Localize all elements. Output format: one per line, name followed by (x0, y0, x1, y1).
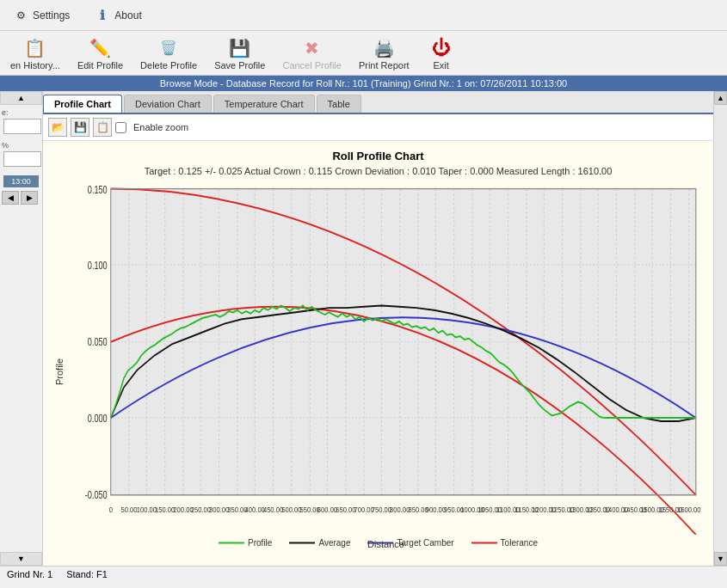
svg-text:0.050: 0.050 (88, 335, 108, 346)
chart-copy-button[interactable]: 📋 (93, 118, 112, 137)
svg-text:1600.00: 1600.00 (677, 505, 701, 514)
svg-text:500.00: 500.00 (281, 505, 301, 514)
top-toolbar: ⚙ Settings ℹ About (0, 0, 727, 31)
status-stand: Stand: F1 (66, 569, 108, 579)
tab-deviation-chart[interactable]: Deviation Chart (124, 95, 212, 113)
sidebar-content: e: % 13:00 ◀ ▶ (0, 105, 42, 552)
x-axis-label: Distance (67, 539, 705, 549)
svg-text:150.00: 150.00 (155, 505, 175, 514)
tab-table[interactable]: Table (317, 95, 361, 113)
sidebar-e-input[interactable] (3, 119, 41, 134)
settings-icon: ⚙ (12, 7, 29, 24)
delete-profile-button[interactable]: 🗑️ Delete Profile (133, 34, 204, 72)
svg-text:900.00: 900.00 (426, 505, 446, 514)
scroll-down-button[interactable]: ▼ (714, 552, 727, 566)
sidebar-time-display: 13:00 (2, 175, 40, 187)
content-area: Profile Chart Deviation Chart Temperatur… (43, 91, 713, 566)
sidebar-percent-label: % (2, 141, 40, 150)
sidebar-nav-buttons: ◀ ▶ (2, 191, 40, 205)
chart-stats: Target : 0.125 +/- 0.025 Actual Crown : … (52, 166, 705, 176)
svg-text:0.150: 0.150 (88, 184, 108, 195)
svg-text:650.00: 650.00 (336, 505, 355, 514)
print-report-button[interactable]: 🖨️ Print Report (352, 34, 416, 72)
history-icon: 📋 (23, 36, 47, 60)
sidebar-percent-input[interactable] (3, 151, 41, 167)
print-icon: 🖨️ (372, 36, 396, 60)
exit-icon: ⏻ (429, 36, 453, 60)
chart-container: Roll Profile Chart Target : 0.125 +/- 0.… (43, 141, 713, 566)
sidebar-prev-button[interactable]: ◀ (2, 191, 19, 205)
tab-bar: Profile Chart Deviation Chart Temperatur… (43, 91, 713, 114)
edit-icon: ✏️ (88, 36, 112, 60)
chart-title: Roll Profile Chart (52, 150, 705, 162)
scroll-up-button[interactable]: ▲ (714, 91, 727, 105)
status-bottom: Grind Nr. 1 Stand: F1 (0, 566, 727, 582)
exit-button[interactable]: ⏻ Exit (420, 34, 463, 72)
about-icon: ℹ (94, 7, 111, 24)
chart-inner: 0.150 0.100 0.050 0.000 -0.050 0 50.00 1… (67, 183, 705, 535)
svg-text:300.00: 300.00 (209, 505, 229, 514)
svg-text:-0.050: -0.050 (85, 489, 108, 500)
history-button[interactable]: 📋 en History... (3, 34, 67, 72)
svg-text:250.00: 250.00 (191, 505, 211, 514)
scroll-track[interactable] (714, 105, 727, 552)
svg-text:0.000: 0.000 (88, 413, 108, 424)
chart-toolbar: 📂 💾 📋 Enable zoom (43, 114, 713, 141)
edit-profile-button[interactable]: ✏️ Edit Profile (71, 34, 130, 72)
tab-temperature-chart[interactable]: Temperature Chart (213, 95, 315, 113)
sidebar-e-label: e: (2, 108, 40, 117)
sidebar-next-button[interactable]: ▶ (21, 191, 38, 205)
svg-text:50.00: 50.00 (121, 505, 138, 514)
svg-text:400.00: 400.00 (245, 505, 265, 514)
tab-profile-chart[interactable]: Profile Chart (43, 95, 122, 113)
svg-text:800.00: 800.00 (390, 505, 410, 514)
sidebar-scroll-down[interactable]: ▼ (0, 552, 42, 566)
cancel-icon: ✖ (300, 36, 324, 60)
sidebar: ▲ e: % 13:00 ◀ ▶ ▼ (0, 91, 43, 566)
chart-save-button[interactable]: 💾 (71, 118, 89, 137)
cancel-profile-button[interactable]: ✖ Cancel Profile (275, 34, 348, 72)
svg-text:750.00: 750.00 (372, 505, 391, 514)
svg-text:600.00: 600.00 (317, 505, 337, 514)
chart-svg: 0.150 0.100 0.050 0.000 -0.050 0 50.00 1… (67, 183, 705, 535)
enable-zoom-checkbox[interactable] (115, 122, 126, 133)
save-icon: 💾 (228, 36, 252, 60)
y-axis-label: Profile (52, 183, 67, 535)
svg-text:0: 0 (109, 505, 113, 514)
chart-open-button[interactable]: 📂 (48, 118, 67, 137)
status-grind: Grind Nr. 1 (7, 569, 52, 579)
right-scrollbar: ▲ ▼ (713, 91, 727, 566)
settings-button[interactable]: ⚙ Settings (7, 5, 75, 26)
sidebar-scroll-up[interactable]: ▲ (0, 91, 42, 105)
delete-icon: 🗑️ (157, 36, 181, 60)
svg-text:100.00: 100.00 (137, 505, 157, 514)
enable-zoom-label: Enable zoom (133, 122, 188, 132)
svg-text:0.100: 0.100 (88, 260, 108, 271)
main-layout: ▲ e: % 13:00 ◀ ▶ ▼ Profile Chart (0, 91, 727, 566)
status-bar: Browse Mode - Database Record for Roll N… (0, 76, 727, 91)
chart-wrapper: Profile (52, 183, 705, 535)
about-button[interactable]: ℹ About (89, 5, 146, 26)
svg-text:450.00: 450.00 (263, 505, 283, 514)
main-toolbar: 📋 en History... ✏️ Edit Profile 🗑️ Delet… (0, 31, 727, 76)
save-profile-button[interactable]: 💾 Save Profile (207, 34, 272, 72)
